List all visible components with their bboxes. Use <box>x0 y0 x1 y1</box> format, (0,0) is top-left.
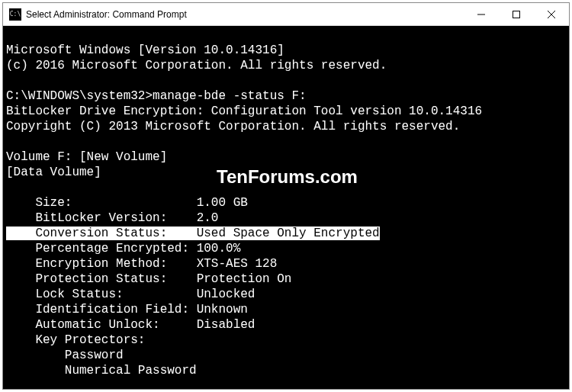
output-line: [Data Volume] <box>6 165 101 179</box>
prompt-line: C:\WINDOWS\system32>manage-bde -status F… <box>6 89 307 103</box>
command-prompt-window: C:\ Select Administrator: Command Prompt… <box>2 2 570 390</box>
close-button[interactable] <box>534 3 569 25</box>
output-line: Automatic Unlock: Disabled <box>6 318 255 332</box>
output-line: Key Protectors: <box>6 333 145 347</box>
watermark-text: TenForums.com <box>217 169 358 185</box>
window-title: Select Administrator: Command Prompt <box>26 9 187 20</box>
output-line: Microsoft Windows [Version 10.0.14316] <box>6 43 284 57</box>
output-line: Volume F: [New Volume] <box>6 150 167 164</box>
minimize-button[interactable] <box>464 3 499 25</box>
conversion-status-highlight: Conversion Status: Used Space Only Encry… <box>6 227 380 240</box>
maximize-button[interactable] <box>499 3 534 25</box>
output-line: Copyright (C) 2013 Microsoft Corporation… <box>6 120 460 133</box>
svg-rect-1 <box>513 11 520 18</box>
output-line: Lock Status: Unlocked <box>6 288 255 301</box>
output-line: Size: 1.00 GB <box>6 196 248 210</box>
close-icon <box>548 11 555 18</box>
output-line: BitLocker Version: 2.0 <box>6 211 218 225</box>
terminal-body[interactable]: Microsoft Windows [Version 10.0.14316] (… <box>3 26 569 389</box>
maximize-icon <box>513 11 520 18</box>
output-line: Percentage Encrypted: 100.0% <box>6 242 240 255</box>
highlighted-line: Conversion Status: Used Space Only Encry… <box>6 227 380 240</box>
command-text: manage-bde -status F: <box>153 89 307 103</box>
output-line: Encryption Method: XTS-AES 128 <box>6 257 277 271</box>
output-line: Password <box>6 349 124 362</box>
output-line: BitLocker Drive Encryption: Configuratio… <box>6 104 482 118</box>
output-line: (c) 2016 Microsoft Corporation. All righ… <box>6 59 387 72</box>
prompt: C:\WINDOWS\system32> <box>6 89 153 103</box>
output-line: Identification Field: Unknown <box>6 303 248 316</box>
output-line: Protection Status: Protection On <box>6 272 291 286</box>
titlebar[interactable]: C:\ Select Administrator: Command Prompt <box>3 3 569 26</box>
cmd-icon: C:\ <box>9 8 21 21</box>
minimize-icon <box>477 11 485 18</box>
output-line: Numerical Password <box>6 364 197 378</box>
